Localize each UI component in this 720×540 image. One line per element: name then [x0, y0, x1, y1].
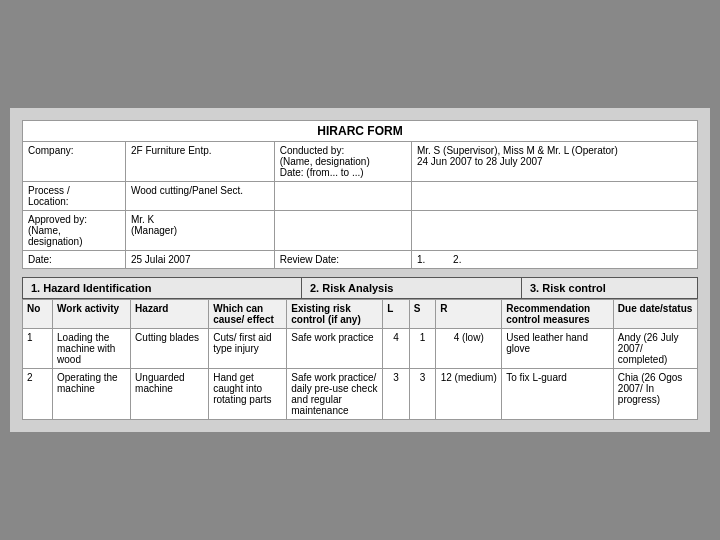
section-header-2: 2. Risk Analysis	[302, 277, 522, 299]
row2-r: 12 (medium)	[436, 369, 502, 420]
approved-label: Approved by:(Name,designation)	[23, 211, 126, 251]
row1-which: Cuts/ first aid type injury	[209, 329, 287, 369]
date-value: 25 Julai 2007	[125, 251, 274, 269]
review-values: 1. 2.	[411, 251, 697, 269]
row2-work: Operating the machine	[53, 369, 131, 420]
section-header-1: 1. Hazard Identification	[22, 277, 302, 299]
row2-hazard: Unguarded machine	[131, 369, 209, 420]
header-table: Company: 2F Furniture Entp. Conducted by…	[22, 141, 698, 269]
row1-hazard: Cutting blades	[131, 329, 209, 369]
row2-which: Hand get caught into rotating parts	[209, 369, 287, 420]
process-label: Process /Location:	[23, 182, 126, 211]
review-label: Review Date:	[274, 251, 411, 269]
row2-no: 2	[23, 369, 53, 420]
header-hazard: Hazard	[131, 300, 209, 329]
approved-value: Mr. K(Manager)	[125, 211, 274, 251]
header-no: No	[23, 300, 53, 329]
section-headers: 1. Hazard Identification 2. Risk Analysi…	[22, 277, 698, 299]
header-work: Work activity	[53, 300, 131, 329]
row1-r: 4 (low)	[436, 329, 502, 369]
row2-due: Chia (26 Ogos 2007/ In progress)	[613, 369, 697, 420]
header-s: S	[409, 300, 435, 329]
header-due: Due date/status	[613, 300, 697, 329]
header-existing: Existing risk control (if any)	[287, 300, 383, 329]
row1-s: 1	[409, 329, 435, 369]
form-container: HIRARC FORM Company: 2F Furniture Entp. …	[10, 108, 710, 432]
company-label: Company:	[23, 142, 126, 182]
header-which: Which can cause/ effect	[209, 300, 287, 329]
row1-work: Loading the machine with wood	[53, 329, 131, 369]
row2-reco: To fix L-guard	[502, 369, 614, 420]
conducted-label: Conducted by:(Name, designation)Date: (f…	[274, 142, 411, 182]
table-row: 2 Operating the machine Unguarded machin…	[23, 369, 698, 420]
row2-s: 3	[409, 369, 435, 420]
row2-existing: Safe work practice/ daily pre-use check …	[287, 369, 383, 420]
header-reco: Recommendation control measures	[502, 300, 614, 329]
section-header-3: 3. Risk control	[522, 277, 698, 299]
row1-existing: Safe work practice	[287, 329, 383, 369]
row1-no: 1	[23, 329, 53, 369]
row1-l: 4	[383, 329, 409, 369]
row1-due: Andy (26 July 2007/ completed)	[613, 329, 697, 369]
row2-l: 3	[383, 369, 409, 420]
date-label: Date:	[23, 251, 126, 269]
main-table: No Work activity Hazard Which can cause/…	[22, 299, 698, 420]
conducted-value: Mr. S (Supervisor), Miss M & Mr. L (Oper…	[411, 142, 697, 182]
row1-reco: Used leather hand glove	[502, 329, 614, 369]
company-value: 2F Furniture Entp.	[125, 142, 274, 182]
process-value: Wood cutting/Panel Sect.	[125, 182, 274, 211]
header-r: R	[436, 300, 502, 329]
form-title: HIRARC FORM	[22, 120, 698, 141]
header-l: L	[383, 300, 409, 329]
table-row: 1 Loading the machine with wood Cutting …	[23, 329, 698, 369]
